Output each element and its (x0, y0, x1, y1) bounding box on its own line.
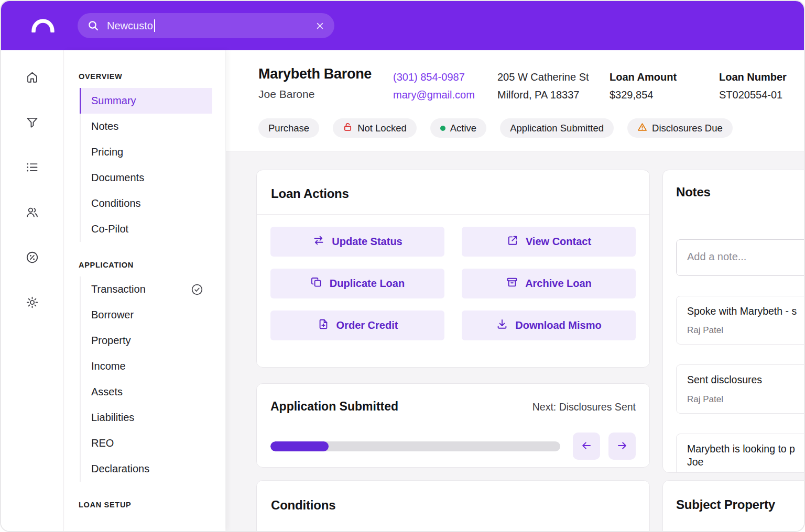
sidebar-item-label: Assets (91, 386, 123, 398)
people-icon[interactable] (22, 202, 43, 223)
add-note-input[interactable]: Add a note... (676, 239, 805, 276)
search-input[interactable]: Newcusto (78, 13, 334, 38)
order-credit-button[interactable]: Order Credit (270, 311, 444, 340)
sidebar-item-label: REO (91, 437, 114, 449)
borrower-name-block: Marybeth Barone Joe Barone (258, 66, 372, 101)
badge-label: Disclosures Due (652, 123, 723, 134)
milestone-progress-fill (270, 441, 329, 451)
subject-property-title: Subject Property (676, 497, 805, 512)
button-label: Download Mismo (515, 319, 601, 331)
sidebar-item-pricing[interactable]: Pricing (81, 139, 212, 165)
sidebar-item-assets[interactable]: Assets (81, 379, 212, 405)
download-mismo-button[interactable]: Download Mismo (462, 311, 636, 340)
duplicate-loan-button[interactable]: Duplicate Loan (270, 269, 444, 298)
note-list-item[interactable]: Marybeth is looking to p Joe (676, 434, 805, 473)
filter-icon[interactable] (22, 112, 43, 132)
external-link-icon (506, 234, 519, 249)
sidebar-item-notes[interactable]: Notes (81, 114, 212, 139)
sidebar-item-label: Liabilities (91, 412, 134, 424)
sidebar-item-conditions[interactable]: Conditions (81, 191, 212, 216)
milestone-next-button[interactable] (608, 433, 636, 460)
badge-label: Active (450, 123, 476, 134)
loan-amount-value: $329,854 (610, 89, 677, 101)
icon-rail (1, 50, 64, 531)
home-icon[interactable] (22, 66, 43, 87)
milestone-next-label: Next: Disclosures Sent (532, 400, 636, 413)
file-plus-icon (317, 318, 330, 333)
loan-number-block: Loan Number ST020554-01 (719, 71, 787, 101)
topbar: Newcusto (1, 1, 804, 50)
overview-items: Summary Notes Pricing Documents Conditio… (80, 88, 225, 242)
note-list-item[interactable]: Spoke with Marybeth - s Raj Patel (676, 296, 805, 345)
archive-box-icon (506, 276, 518, 291)
badge-disclosures-due: Disclosures Due (627, 118, 733, 138)
section-label-overview: OVERVIEW (79, 72, 225, 81)
search-text: Newcusto (107, 20, 153, 32)
update-status-button[interactable]: Update Status (270, 227, 444, 257)
phone-link[interactable]: (301) 854-0987 (393, 71, 475, 83)
main-content: Loan Actions Update Status View Contact (226, 151, 804, 531)
email-link[interactable]: mary@gmail.com (393, 89, 475, 101)
note-author: Raj Patel (687, 394, 805, 405)
check-circle-icon (190, 283, 204, 296)
green-dot-icon (440, 126, 445, 131)
loan-actions-card: Loan Actions Update Status View Contact (256, 170, 650, 368)
sidebar-item-summary[interactable]: Summary (81, 88, 212, 114)
archive-loan-button[interactable]: Archive Loan (462, 269, 636, 298)
sidebar-item-label: Borrower (91, 309, 134, 321)
badge-label: Not Locked (357, 123, 407, 134)
conditions-card: Conditions (256, 480, 650, 532)
note-list-item[interactable]: Sent disclosures Raj Patel (676, 364, 805, 413)
button-label: View Contact (526, 236, 591, 248)
sidebar-item-property[interactable]: Property (81, 328, 212, 353)
badge-not-locked: Not Locked (333, 118, 417, 138)
address-line1: 205 W Catherine St (497, 71, 589, 83)
contact-block: (301) 854-0987 mary@gmail.com (393, 71, 475, 101)
status-badges: Purchase Not Locked Active Application S… (258, 118, 733, 138)
section-label-application: APPLICATION (79, 261, 225, 269)
button-label: Duplicate Loan (330, 278, 405, 290)
sidebar-item-label: Documents (91, 172, 144, 184)
view-contact-button[interactable]: View Contact (462, 227, 636, 257)
subject-property-card: Subject Property (662, 480, 805, 532)
loan-number-label: Loan Number (719, 71, 787, 83)
badge-purchase: Purchase (258, 118, 319, 138)
conditions-title: Conditions (271, 498, 635, 513)
sidebar-item-transaction[interactable]: Transaction (81, 276, 212, 302)
sidebar-item-copilot[interactable]: Co-Pilot (81, 216, 212, 242)
sidebar-item-borrower[interactable]: Borrower (81, 302, 212, 328)
property-address: 205 W Catherine St Milford, PA 18337 (497, 71, 589, 101)
loan-actions-title: Loan Actions (271, 186, 635, 201)
button-label: Order Credit (336, 319, 398, 331)
address-line2: Milford, PA 18337 (497, 89, 589, 101)
sidebar-item-liabilities[interactable]: Liabilities (81, 405, 212, 430)
sidebar-item-label: Declarations (91, 463, 149, 475)
button-label: Update Status (332, 236, 402, 248)
sidebar-item-label: Conditions (91, 197, 141, 209)
warning-triangle-icon (637, 122, 647, 135)
button-label: Archive Loan (525, 278, 592, 290)
sidebar-item-income[interactable]: Income (81, 353, 212, 379)
sidebar-item-reo[interactable]: REO (81, 430, 212, 456)
settings-icon[interactable] (22, 292, 43, 313)
discount-icon[interactable] (22, 247, 43, 268)
note-text: Spoke with Marybeth - s (687, 305, 805, 318)
download-icon (496, 318, 508, 333)
sidebar-item-declarations[interactable]: Declarations (81, 456, 212, 482)
app-logo-icon[interactable] (30, 19, 56, 32)
list-icon[interactable] (22, 157, 43, 178)
lock-open-icon (343, 122, 353, 135)
note-text: Sent disclosures (687, 373, 805, 386)
milestone-progress-track (270, 441, 560, 451)
milestone-title: Application Submitted (270, 400, 398, 414)
swap-arrows-icon (312, 234, 325, 249)
badge-active: Active (430, 118, 486, 138)
badge-label: Purchase (268, 123, 309, 134)
section-label-loan-setup: LOAN SETUP (79, 501, 225, 509)
search-clear-button[interactable] (315, 21, 325, 31)
sidebar-item-documents[interactable]: Documents (81, 165, 212, 191)
app-window: Newcusto OVERVIEW S (0, 0, 805, 532)
sidebar-item-label: Pricing (91, 146, 123, 158)
milestone-prev-button[interactable] (573, 433, 600, 460)
loan-actions-grid: Update Status View Contact Duplicate Loa… (257, 215, 649, 340)
